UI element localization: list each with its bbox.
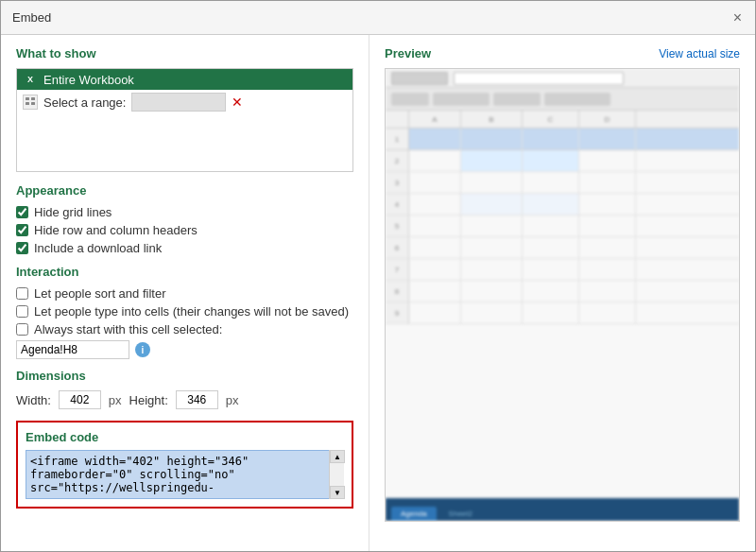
view-actual-size-link[interactable]: View actual size xyxy=(659,47,740,60)
embed-dialog: Embed × What to show X Entire Workbook xyxy=(0,0,756,552)
right-panel: Preview View actual size xyxy=(369,35,755,551)
appearance-options: Hide grid lines Hide row and column head… xyxy=(16,205,353,255)
left-panel: What to show X Entire Workbook xyxy=(1,35,369,551)
range-icon xyxy=(23,95,38,110)
close-button[interactable]: × xyxy=(731,10,744,26)
entire-workbook-item[interactable]: X Entire Workbook xyxy=(17,69,352,90)
cell-selected-row: i xyxy=(16,340,353,359)
include-download-row: Include a download link xyxy=(16,241,353,255)
svg-rect-1 xyxy=(31,97,35,100)
embed-code-textarea[interactable] xyxy=(26,450,344,499)
type-into-cells-label: Let people type into cells (their change… xyxy=(34,304,349,319)
scroll-up-button[interactable]: ▲ xyxy=(330,450,345,463)
hide-headers-row: Hide row and column headers xyxy=(16,223,353,237)
type-into-cells-checkbox[interactable] xyxy=(16,305,28,318)
title-bar: Embed × xyxy=(1,1,755,35)
embed-scrollbar[interactable]: ▲ ▼ xyxy=(329,450,344,499)
select-range-item[interactable]: Select a range: ✕ xyxy=(17,90,352,114)
info-icon[interactable]: i xyxy=(135,342,150,357)
sort-filter-label: Let people sort and filter xyxy=(34,286,165,301)
interaction-options: Let people sort and filter Let people ty… xyxy=(16,286,353,359)
hide-headers-checkbox[interactable] xyxy=(16,224,28,236)
dialog-title: Embed xyxy=(12,10,51,25)
appearance-title: Appearance xyxy=(16,183,353,198)
include-download-checkbox[interactable] xyxy=(16,242,28,254)
height-unit: px xyxy=(226,393,239,407)
range-input[interactable] xyxy=(131,93,226,112)
embed-code-section: Embed code ▲ ▼ xyxy=(16,421,353,509)
hide-gridlines-label: Hide grid lines xyxy=(34,205,112,219)
svg-rect-2 xyxy=(26,102,29,105)
include-download-label: Include a download link xyxy=(34,241,162,255)
embed-textarea-wrapper: ▲ ▼ xyxy=(26,450,344,499)
sort-filter-row: Let people sort and filter xyxy=(16,286,353,301)
svg-rect-3 xyxy=(31,102,35,105)
dimensions-row: Width: px Height: px xyxy=(16,390,353,409)
what-to-show-title: What to show xyxy=(16,46,353,60)
start-cell-row: Always start with this cell selected: xyxy=(16,322,353,336)
height-label: Height: xyxy=(129,393,168,407)
hide-headers-label: Hide row and column headers xyxy=(34,223,198,237)
preview-title: Preview xyxy=(385,46,431,60)
entire-workbook-label: Entire Workbook xyxy=(43,73,134,87)
embed-code-title: Embed code xyxy=(26,430,344,444)
what-to-show-box[interactable]: X Entire Workbook Select a range: xyxy=(16,68,353,172)
start-cell-label: Always start with this cell selected: xyxy=(34,322,222,336)
excel-icon: X xyxy=(23,72,38,87)
hide-gridlines-row: Hide grid lines xyxy=(16,205,353,219)
cell-value-input[interactable] xyxy=(16,340,129,359)
start-cell-checkbox[interactable] xyxy=(16,323,28,336)
hide-gridlines-checkbox[interactable] xyxy=(16,206,28,218)
width-unit: px xyxy=(109,393,122,407)
height-input[interactable] xyxy=(176,390,218,409)
width-label: Width: xyxy=(16,393,51,407)
scroll-down-button[interactable]: ▼ xyxy=(330,486,345,499)
range-clear-button[interactable]: ✕ xyxy=(232,95,243,109)
dialog-body: What to show X Entire Workbook xyxy=(1,35,755,551)
preview-header: Preview View actual size xyxy=(385,46,740,60)
dimensions-title: Dimensions xyxy=(16,369,353,383)
sort-filter-checkbox[interactable] xyxy=(16,287,28,300)
width-input[interactable] xyxy=(59,390,101,409)
select-range-label: Select a range: xyxy=(43,95,126,110)
preview-image: A B C D 1 xyxy=(385,68,740,522)
svg-rect-0 xyxy=(26,97,29,100)
interaction-title: Interaction xyxy=(16,265,353,279)
type-into-cells-row: Let people type into cells (their change… xyxy=(16,304,353,319)
